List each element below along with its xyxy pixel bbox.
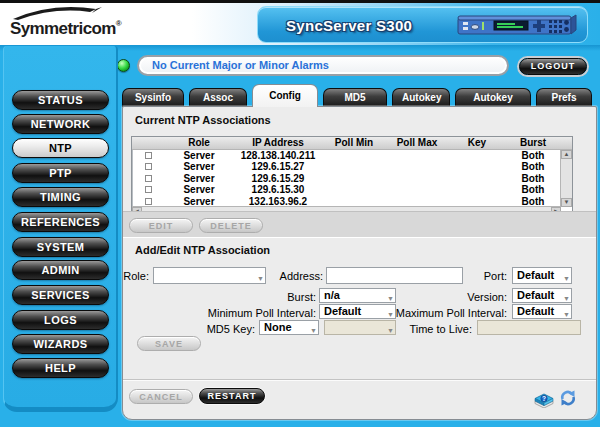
max-poll-label: Maximum Poll Interval: [373, 307, 507, 319]
sidebar-item-status[interactable]: STATUS [12, 90, 109, 110]
cell-key [448, 184, 506, 195]
vertical-scrollbar[interactable]: ▲ ▼ [560, 150, 572, 207]
col-role: Role [164, 137, 234, 149]
edit-button[interactable]: EDIT [129, 218, 193, 233]
table-row: Server 129.6.15.29 Both [132, 173, 572, 184]
save-button[interactable]: SAVE [137, 336, 201, 351]
ttl-input [477, 320, 581, 335]
role-label: Role: [123, 270, 149, 282]
chevron-down-icon: ▼ [310, 324, 317, 337]
header-blue-panel: SyncServer S300 [257, 6, 588, 43]
row-checkbox[interactable] [145, 186, 152, 193]
header: Symmetricom® SyncServer S300 [0, 3, 600, 45]
col-ip: IP Address [234, 137, 322, 149]
table-row: Server 129.6.15.30 Both [132, 184, 572, 195]
version-select[interactable]: Default▼ [512, 288, 572, 303]
burst-select[interactable]: n/a▼ [319, 288, 396, 303]
page: Symmetricom® SyncServer S300 [0, 0, 600, 427]
edit-delete-band: EDIT DELETE [123, 211, 596, 238]
sidebar-item-wizards[interactable]: WIZARDS [12, 334, 109, 354]
col-poll-min: Poll Min [322, 137, 386, 149]
assoc-section-title: Current NTP Associations [135, 114, 271, 126]
cell-poll-max [386, 173, 448, 184]
status-led-green [117, 59, 130, 72]
row-checkbox[interactable] [145, 198, 152, 205]
row-checkbox[interactable] [145, 175, 152, 182]
sidebar-item-help[interactable]: HELP [12, 358, 109, 378]
port-label: Port: [443, 270, 507, 282]
sidebar-item-references[interactable]: REFERENCES [12, 212, 109, 232]
cell-ip: 129.6.15.27 [234, 161, 322, 172]
help-book-icon[interactable]: ? [532, 388, 556, 408]
chevron-down-icon: ▼ [563, 271, 570, 286]
restart-button[interactable]: RESTART [199, 388, 265, 404]
cell-ip: 129.6.15.30 [234, 184, 322, 195]
cell-key [448, 173, 506, 184]
table-header-row: Role IP Address Poll Min Poll Max Key Bu… [132, 137, 572, 150]
cell-role: Server [164, 161, 234, 172]
tab-prefs[interactable]: Prefs [536, 88, 592, 107]
cell-role: Server [164, 173, 234, 184]
tab-assoc[interactable]: Assoc [189, 88, 247, 107]
md5-key-select[interactable]: None▼ [259, 320, 319, 335]
content-panel: Current NTP Associations Role IP Address… [122, 106, 597, 420]
tab-bar: Sysinfo Assoc Config MD5 Keys Autokey Au… [122, 84, 598, 107]
tab-autokey-client[interactable]: Autokey Client [455, 88, 531, 107]
row-checkbox[interactable] [145, 163, 152, 170]
col-burst: Burst [506, 137, 560, 149]
logout-button[interactable]: LOGOUT [519, 58, 587, 75]
cancel-button[interactable]: CANCEL [129, 389, 193, 404]
row-checkbox[interactable] [145, 152, 152, 159]
cell-poll-min [322, 150, 386, 161]
form-section-title: Add/Edit NTP Association [135, 244, 270, 256]
cell-ip: 128.138.140.211 [234, 150, 322, 161]
cell-role: Server [164, 150, 234, 161]
max-poll-select[interactable]: Default▼ [512, 304, 572, 319]
table-row: Server 128.138.140.211 Both [132, 150, 572, 161]
cell-poll-max [386, 184, 448, 195]
alarm-status-banner: No Current Major or Minor Alarms [137, 55, 509, 76]
sidebar-item-ptp[interactable]: PTP [12, 163, 109, 183]
ntp-associations-table: Role IP Address Poll Min Poll Max Key Bu… [131, 136, 573, 216]
cell-key [448, 150, 506, 161]
cell-burst: Both [506, 161, 560, 172]
tab-autokey[interactable]: Autokey [392, 88, 450, 107]
sidebar-item-ntp[interactable]: NTP [12, 138, 109, 158]
cell-burst: Both [506, 150, 560, 161]
cell-role: Server [164, 184, 234, 195]
cell-poll-max [386, 161, 448, 172]
logo-text: Symmetricom® [10, 19, 121, 39]
table-row: Server 129.6.15.27 Both [132, 161, 572, 172]
role-select[interactable]: ▼ [153, 267, 266, 284]
ttl-label: Time to Live: [373, 323, 472, 335]
tab-config[interactable]: Config [252, 84, 318, 107]
scroll-up-icon[interactable]: ▲ [561, 150, 572, 159]
min-poll-label: Minimum Poll Interval: [183, 307, 316, 319]
address-label: Address: [263, 270, 323, 282]
sidebar-item-timing[interactable]: TIMING [12, 187, 109, 207]
sidebar-item-system[interactable]: SYSTEM [12, 237, 109, 257]
burst-label: Burst: [223, 291, 316, 303]
sidebar-item-network[interactable]: NETWORK [12, 114, 109, 134]
cell-ip: 129.6.15.29 [234, 173, 322, 184]
product-title: SyncServer S300 [286, 17, 412, 34]
sidebar: STATUS NETWORK NTP PTP TIMING REFERENCES… [3, 46, 118, 412]
tab-md5-keys[interactable]: MD5 Keys [323, 88, 387, 107]
refresh-icon[interactable] [558, 389, 578, 407]
cell-poll-min [322, 173, 386, 184]
delete-button[interactable]: DELETE [199, 218, 263, 233]
cell-burst: Both [506, 173, 560, 184]
sidebar-item-logs[interactable]: LOGS [12, 310, 109, 330]
svg-text:?: ? [542, 395, 546, 402]
symmetricom-logo: Symmetricom® [10, 5, 140, 43]
col-key: Key [448, 137, 506, 149]
col-poll-max: Poll Max [386, 137, 448, 149]
sidebar-item-admin[interactable]: ADMIN [12, 260, 109, 280]
port-select[interactable]: Default▼ [512, 267, 572, 284]
syncserver-device-image [455, 10, 577, 41]
scroll-down-icon[interactable]: ▼ [561, 198, 572, 207]
tab-sysinfo[interactable]: Sysinfo [122, 88, 184, 107]
sidebar-item-services[interactable]: SERVICES [12, 285, 109, 305]
cell-poll-min [322, 161, 386, 172]
cell-poll-max [386, 150, 448, 161]
